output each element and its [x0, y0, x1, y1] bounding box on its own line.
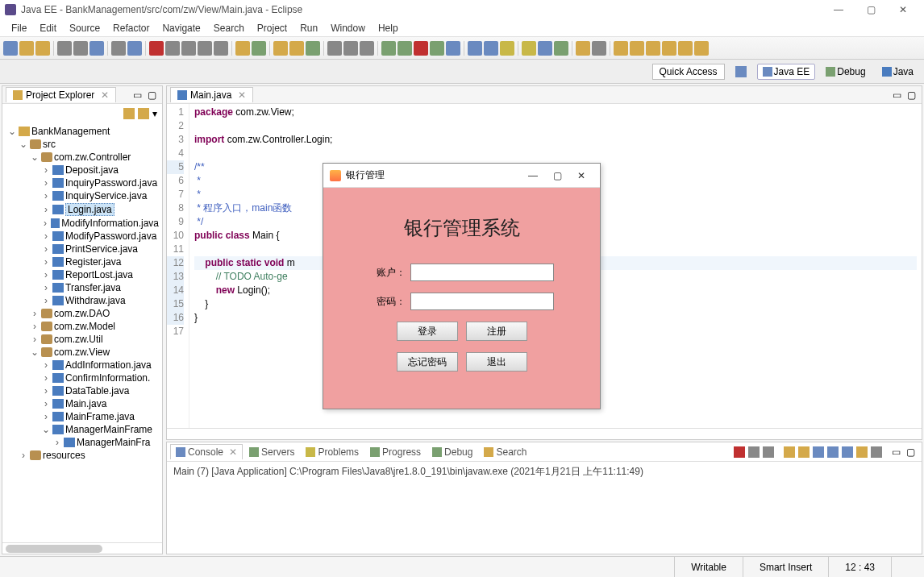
tree-node[interactable]: ⌄BankManagement	[4, 125, 160, 138]
terminate-icon[interactable]	[734, 446, 745, 458]
toolbar-button-34[interactable]	[614, 41, 628, 56]
forgot-password-button[interactable]: 忘记密码	[397, 352, 458, 372]
toolbar-button-21[interactable]	[381, 41, 396, 56]
tree-node[interactable]: ›com.zw.Util	[4, 333, 160, 346]
toolbar-button-23[interactable]	[414, 41, 428, 56]
toolbar-button-16[interactable]	[289, 41, 304, 56]
menu-navigate[interactable]: Navigate	[156, 21, 206, 35]
tree-node[interactable]: ›MainFrame.java	[4, 410, 160, 423]
account-input[interactable]	[410, 264, 554, 281]
pin-console-icon[interactable]	[813, 446, 824, 458]
console-tab-problems[interactable]: Problems	[301, 445, 364, 459]
register-button[interactable]: 注册	[466, 322, 527, 341]
toolbar-button-32[interactable]	[576, 41, 590, 56]
menu-source[interactable]: Source	[63, 21, 106, 35]
scroll-lock-icon[interactable]	[798, 446, 810, 458]
console-tab-progress[interactable]: Progress	[365, 445, 426, 459]
toolbar-button-38[interactable]	[678, 41, 693, 56]
toolbar-button-6[interactable]	[111, 41, 126, 56]
remove-all-icon[interactable]	[763, 446, 774, 458]
console-tab-search[interactable]: Search	[479, 445, 531, 459]
menu-file[interactable]: File	[5, 21, 33, 35]
console-tab-servers[interactable]: Servers	[244, 445, 299, 459]
tree-node[interactable]: ›InquiryPassword.java	[4, 176, 160, 189]
close-icon[interactable]: ✕	[238, 89, 246, 101]
menu-help[interactable]: Help	[372, 21, 405, 35]
tree-node[interactable]: ›ConfirmInformation.	[4, 372, 160, 384]
collapse-all-icon[interactable]	[123, 108, 135, 119]
console-menu-icon[interactable]	[871, 446, 882, 458]
tree-node[interactable]: ›com.zw.Model	[4, 320, 160, 333]
toolbar-button-10[interactable]	[181, 41, 196, 56]
toolbar-button-37[interactable]	[662, 41, 676, 56]
tree-scrollbar[interactable]	[2, 542, 162, 554]
open-perspective-button[interactable]	[730, 64, 752, 80]
new-console-icon[interactable]	[856, 446, 868, 458]
tree-node[interactable]: ›Withdraw.java	[4, 294, 160, 307]
perspective-debug[interactable]: Debug	[820, 64, 871, 80]
toolbar-button-22[interactable]	[397, 41, 412, 56]
toolbar-button-11[interactable]	[198, 41, 212, 56]
toolbar-button-3[interactable]	[57, 41, 72, 56]
toolbar-button-13[interactable]	[235, 41, 250, 56]
tree-node[interactable]: ⌄com.zw.View	[4, 346, 160, 359]
clear-console-icon[interactable]	[784, 446, 795, 458]
link-editor-icon[interactable]	[138, 108, 149, 119]
toolbar-button-9[interactable]	[165, 41, 180, 56]
menu-refactor[interactable]: Refactor	[106, 21, 156, 35]
toolbar-button-39[interactable]	[694, 41, 709, 56]
toolbar-button-7[interactable]	[127, 41, 142, 56]
quick-access[interactable]: Quick Access	[652, 64, 725, 80]
toolbar-button-5[interactable]	[89, 41, 104, 56]
toolbar-button-2[interactable]	[35, 41, 50, 56]
tree-node[interactable]: ⌄com.zw.Controller	[4, 151, 160, 164]
tree-node[interactable]: ›Main.java	[4, 397, 160, 410]
tree-node[interactable]: ›AddInformation.java	[4, 359, 160, 372]
perspective-java[interactable]: Java	[876, 64, 919, 80]
tree-node[interactable]: ›InquiryService.java	[4, 189, 160, 202]
remove-launch-icon[interactable]	[748, 446, 760, 458]
toolbar-button-27[interactable]	[484, 41, 498, 56]
minimize-console-button[interactable]: ▭	[892, 446, 903, 458]
toolbar-button-0[interactable]	[3, 41, 18, 56]
password-input[interactable]	[410, 293, 554, 310]
close-icon[interactable]: ✕	[101, 89, 109, 101]
toolbar-button-19[interactable]	[343, 41, 358, 56]
menu-search[interactable]: Search	[207, 21, 251, 35]
view-menu-icon[interactable]: ▾	[152, 108, 157, 119]
toolbar-button-17[interactable]	[306, 41, 320, 56]
project-explorer-tab[interactable]: Project Explorer ✕	[6, 87, 116, 102]
toolbar-button-4[interactable]	[73, 41, 88, 56]
project-tree[interactable]: ⌄BankManagement⌄src⌄com.zw.Controller›De…	[2, 123, 162, 542]
minimize-editor-button[interactable]: ▭	[893, 89, 904, 101]
editor-tab[interactable]: Main.java ✕	[170, 87, 253, 102]
toolbar-button-8[interactable]	[149, 41, 164, 56]
tree-node[interactable]: ⌄ManagerMainFrame	[4, 423, 160, 436]
menu-edit[interactable]: Edit	[33, 21, 63, 35]
tree-node[interactable]: ›PrintService.java	[4, 243, 160, 255]
toolbar-button-28[interactable]	[500, 41, 514, 56]
toolbar-button-18[interactable]	[327, 41, 342, 56]
maximize-editor-button[interactable]: ▢	[907, 89, 918, 101]
toolbar-button-15[interactable]	[273, 41, 288, 56]
tree-node[interactable]: ›resources	[4, 449, 160, 462]
toolbar-button-36[interactable]	[646, 41, 660, 56]
editor-scrollbar[interactable]	[167, 428, 922, 439]
toolbar-button-1[interactable]	[19, 41, 34, 56]
tree-node[interactable]: ›Transfer.java	[4, 281, 160, 294]
login-button[interactable]: 登录	[397, 322, 458, 341]
toolbar-button-33[interactable]	[592, 41, 606, 56]
toolbar-button-14[interactable]	[252, 41, 266, 56]
tree-node[interactable]: ›DataTable.java	[4, 384, 160, 397]
toolbar-button-31[interactable]	[554, 41, 568, 56]
tree-node[interactable]: ›ManagerMainFra	[4, 436, 160, 449]
menu-run[interactable]: Run	[293, 21, 324, 35]
toolbar-button-35[interactable]	[630, 41, 644, 56]
tree-node[interactable]: ›com.zw.DAO	[4, 307, 160, 320]
minimize-view-button[interactable]: ▭	[133, 89, 144, 101]
close-button[interactable]: ✕	[887, 2, 919, 18]
toolbar-button-30[interactable]	[538, 41, 552, 56]
toolbar-button-29[interactable]	[522, 41, 536, 56]
menu-project[interactable]: Project	[251, 21, 293, 35]
tree-node[interactable]: ›Login.java	[4, 202, 160, 217]
